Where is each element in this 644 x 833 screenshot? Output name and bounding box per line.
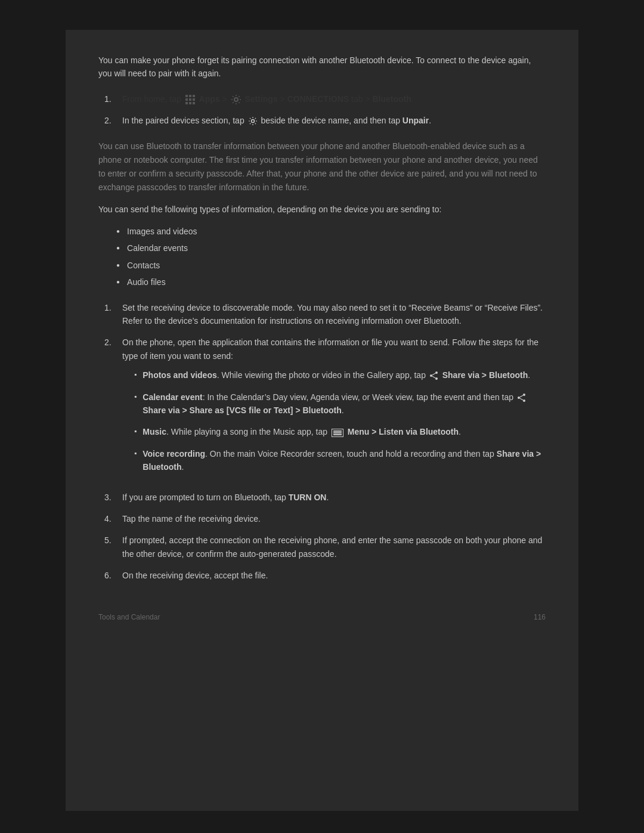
- transfer-paragraph-1: You can use Bluetooth to transfer inform…: [98, 140, 546, 194]
- send-step-6: 6. On the receiving device, accept the f…: [104, 569, 546, 582]
- send-step-num-2: 2.: [104, 336, 122, 482]
- sub-item-calendar: Calendar event: In the Calendar’s Day vi…: [134, 391, 546, 417]
- page-container: You can make your phone forget its pairi…: [66, 30, 578, 811]
- photos-share-text: Share via >: [442, 370, 489, 380]
- footer: Tools and Calendar 116: [98, 606, 546, 623]
- menu-icon: [332, 429, 343, 437]
- send-step-num-5: 5.: [104, 534, 122, 561]
- sub-item-music: Music. While playing a song in the Music…: [134, 425, 546, 438]
- send-step-6-text: On the receiving device, accept the file…: [122, 569, 546, 582]
- svg-rect-5: [193, 98, 195, 101]
- step-3-end: .: [326, 493, 329, 502]
- photos-bluetooth: Bluetooth: [489, 370, 528, 380]
- gear-small-icon: [248, 116, 258, 126]
- calendar-bluetooth: Bluetooth: [302, 405, 341, 415]
- music-menu-text: Menu >: [348, 427, 379, 436]
- send-step-3-text: If you are prompted to turn on Bluetooth…: [122, 491, 546, 504]
- svg-point-18: [523, 400, 525, 402]
- step-number-2: 2.: [104, 114, 122, 127]
- step-3-before: If you are prompted to turn on Bluetooth…: [122, 493, 286, 502]
- bullet-item-images: Images and videos: [116, 225, 546, 238]
- music-listen: Listen via Bluetooth: [379, 427, 459, 436]
- transfer-paragraph-2: You can send the following types of info…: [98, 203, 546, 216]
- sub-item-photos-text: Photos and videos. While viewing the pho…: [143, 368, 530, 382]
- intro-paragraph: You can make your phone forget its pairi…: [98, 54, 546, 80]
- svg-line-14: [432, 374, 435, 376]
- svg-point-17: [518, 397, 520, 399]
- sub-bullet-list: Photos and videos. While viewing the pho…: [122, 368, 546, 473]
- send-step-num-3: 3.: [104, 491, 122, 504]
- send-step-4: 4. Tap the name of the receiving device.: [104, 512, 546, 525]
- step-1-text: From home, tap Apps >: [122, 92, 546, 106]
- photos-bold: Photos and videos: [143, 370, 216, 380]
- settings-label: Settings: [244, 94, 277, 104]
- send-steps-list: 1. Set the receiving device to discovera…: [98, 301, 546, 583]
- send-step-2-content: On the phone, open the application that …: [122, 336, 546, 482]
- send-step-5: 5. If prompted, accept the connection on…: [104, 534, 546, 561]
- bullet-item-contacts: Contacts: [116, 259, 546, 272]
- svg-rect-4: [189, 98, 191, 101]
- apps-label: Apps: [199, 94, 220, 104]
- bullet-item-contacts-text: Contacts: [127, 259, 160, 272]
- svg-rect-3: [185, 98, 188, 101]
- photos-text: . While viewing the photo or video in th…: [217, 370, 426, 380]
- bullet-item-audio: Audio files: [116, 275, 546, 289]
- sub-item-music-text: Music. While playing a song in the Music…: [143, 425, 461, 438]
- bullet-item-audio-text: Audio files: [127, 275, 166, 289]
- calendar-text: : In the Calendar’s Day view, Agenda vie…: [203, 392, 513, 402]
- send-step-1-text: Set the receiving device to discoverable…: [122, 301, 546, 328]
- send-step-3: 3. If you are prompted to turn on Blueto…: [104, 491, 546, 504]
- svg-point-10: [251, 120, 254, 123]
- unpair-steps-list: 1. From home, tap Apps >: [98, 92, 546, 128]
- svg-point-12: [430, 374, 432, 377]
- svg-point-9: [234, 98, 238, 101]
- footer-right: 116: [534, 612, 546, 623]
- svg-rect-8: [193, 102, 195, 104]
- svg-line-15: [432, 377, 435, 379]
- sub-item-calendar-text: Calendar event: In the Calendar’s Day vi…: [143, 391, 546, 417]
- step-2-text: In the paired devices section, tap besid…: [122, 114, 546, 127]
- svg-point-13: [435, 377, 438, 380]
- svg-point-11: [435, 371, 438, 374]
- share-icon-calendar: [517, 393, 527, 402]
- sub-item-voice-text: Voice recording. On the main Voice Recor…: [143, 447, 546, 474]
- svg-rect-0: [185, 95, 188, 97]
- send-step-1: 1. Set the receiving device to discovera…: [104, 301, 546, 328]
- send-step-2: 2. On the phone, open the application th…: [104, 336, 546, 482]
- unpair-step-1: 1. From home, tap Apps >: [104, 92, 546, 106]
- send-step-4-text: Tap the name of the receiving device.: [122, 512, 546, 525]
- step-number-1: 1.: [104, 92, 122, 106]
- settings-gear-icon: [231, 94, 242, 105]
- svg-line-19: [520, 395, 523, 397]
- calendar-bold: Calendar event: [143, 392, 202, 402]
- bluetooth-label-step1: Bluetooth: [372, 94, 411, 104]
- sub-item-voice: Voice recording. On the main Voice Recor…: [134, 447, 546, 474]
- calendar-share-text: Share via > Share as [VCS file or Text] …: [143, 405, 302, 415]
- apps-icon: [185, 94, 196, 105]
- bullet-item-calendar-text: Calendar events: [127, 241, 188, 255]
- turn-on-label: TURN ON: [289, 493, 327, 502]
- svg-point-16: [523, 394, 525, 396]
- transfer-bullet-list: Images and videos Calendar events Contac…: [98, 225, 546, 289]
- svg-rect-6: [185, 102, 188, 104]
- svg-rect-2: [193, 95, 195, 97]
- connections-label: CONNECTIONS: [287, 94, 349, 104]
- send-step-num-1: 1.: [104, 301, 122, 328]
- bullet-item-calendar: Calendar events: [116, 241, 546, 255]
- send-step-num-6: 6.: [104, 569, 122, 582]
- svg-line-20: [520, 398, 523, 400]
- svg-rect-7: [189, 102, 191, 104]
- bullet-item-images-text: Images and videos: [127, 225, 197, 238]
- share-icon-photos: [429, 371, 439, 380]
- unpair-label: Unpair: [402, 116, 429, 125]
- footer-left: Tools and Calendar: [98, 612, 160, 623]
- voice-text: . On the main Voice Recorder screen, tou…: [205, 449, 494, 459]
- send-step-2-text: On the phone, open the application that …: [122, 337, 538, 360]
- voice-bold: Voice recording: [143, 449, 205, 459]
- unpair-step-2: 2. In the paired devices section, tap be…: [104, 114, 546, 127]
- sub-item-photos: Photos and videos. While viewing the pho…: [134, 368, 546, 382]
- send-step-num-4: 4.: [104, 512, 122, 525]
- music-bold: Music: [143, 427, 166, 436]
- music-text: . While playing a song in the Music app,…: [166, 427, 327, 436]
- svg-rect-1: [189, 95, 191, 97]
